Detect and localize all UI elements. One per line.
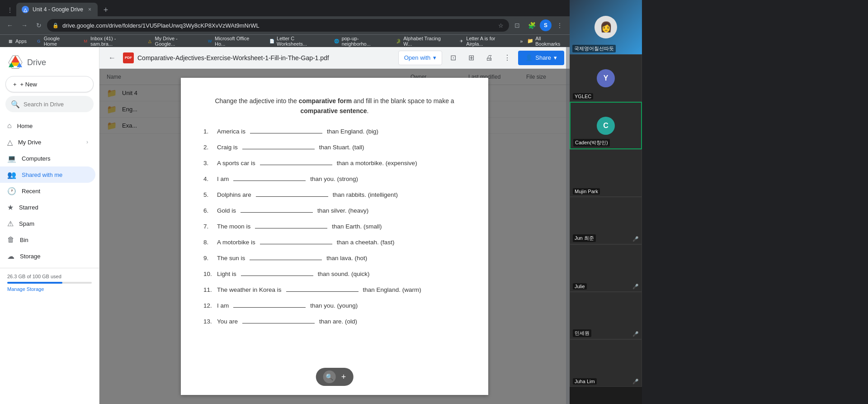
pdf-scrollbar[interactable]	[566, 47, 570, 404]
nav-mydrive[interactable]: △ My Drive ›	[0, 134, 95, 150]
active-tab[interactable]: △ Unit 4 - Google Drive ×	[16, 3, 98, 16]
answer-blank	[241, 206, 313, 213]
question-number: 6.	[203, 207, 214, 214]
menu-icon[interactable]: ⋮	[553, 19, 566, 32]
question-text-before: The sun is	[217, 255, 245, 261]
nav-home[interactable]: ⌂ Home	[0, 118, 95, 134]
bookmark-mydrive-label: My Drive - Google...	[155, 36, 198, 47]
instructions-bold1: comparative form	[299, 97, 352, 105]
question-text-before: I am	[217, 176, 229, 182]
pdf-monitor-icon[interactable]: ⊡	[446, 51, 460, 65]
bookmark-alphabet[interactable]: 🐊 Alphabet Tracing W...	[392, 36, 453, 46]
back-button[interactable]: ←	[4, 19, 16, 32]
question-text-before: The weather in Korea is	[217, 286, 282, 293]
pdf-add-icon[interactable]: ⊞	[464, 51, 478, 65]
pdf-question-11: 11.The weather in Korea isthan England. …	[203, 285, 466, 293]
answer-blank	[241, 270, 313, 276]
new-tab-button[interactable]: +	[99, 4, 112, 16]
pdf-question-2: 2.Craig isthan Stuart. (tall)	[203, 143, 466, 151]
pdf-instructions: Change the adjective into the comparativ…	[203, 96, 466, 116]
bookmark-star-icon[interactable]: ☆	[498, 22, 504, 29]
participant-name-mujin: Mujin Park	[573, 188, 600, 195]
pdf-more-icon[interactable]: ⋮	[500, 51, 514, 65]
drive-new-button[interactable]: + + New	[5, 76, 94, 92]
zoom-add-button[interactable]: +	[341, 372, 346, 382]
bookmark-inbox[interactable]: M Inbox (41) - sam.bra...	[79, 36, 142, 46]
bookmark-apps[interactable]: ▦ Apps	[4, 36, 30, 46]
answer-blank	[242, 317, 315, 323]
profile-button[interactable]: S	[540, 19, 552, 31]
pdf-file-icon: PDF	[123, 52, 134, 63]
url-text: drive.google.com/drive/folders/1VU5PlaeU…	[62, 22, 495, 29]
manage-storage-link[interactable]: Manage Storage	[7, 286, 92, 292]
question-text-before: Craig is	[217, 144, 238, 151]
bookmarks-more-button[interactable]: »	[517, 36, 525, 46]
mydrive-expand-icon[interactable]: ›	[86, 139, 88, 145]
security-lock-icon: 🔒	[52, 23, 59, 29]
participant-tile-jun: Jun 최준 🎤	[570, 197, 642, 244]
participant-name-yglec: YGLEC	[573, 93, 593, 100]
bookmarks-folder-label: All Bookmarks	[535, 36, 566, 47]
mic-muted-icon-minsewon: 🎤	[632, 331, 639, 337]
open-with-chevron-icon: ▾	[433, 54, 436, 61]
participant-tile-teacher: 👩 국제영어칠선따듯	[570, 0, 642, 54]
share-chevron-icon: ▾	[554, 54, 557, 61]
drive-icon: △	[147, 38, 153, 44]
bookmark-office[interactable]: W Microsoft Office Ho...	[203, 36, 263, 46]
nav-bin-label: Bin	[20, 237, 28, 243]
nav-starred[interactable]: ★ Starred	[0, 199, 95, 215]
mic-muted-icon-julie: 🎤	[632, 284, 639, 290]
pdf-overlay: ← PDF Comparative-Adjectives-Exercise-Wo…	[99, 47, 570, 404]
refresh-button[interactable]: ↻	[33, 19, 45, 32]
nav-computers[interactable]: 💻 Computers	[0, 150, 95, 166]
pdf-question-10: 10.Light isthan sound. (quick)	[203, 270, 466, 277]
toolbar-right: ⊡ 🧩 S ⋮	[511, 19, 566, 32]
question-number: 2.	[203, 144, 214, 151]
bookmark-lettera[interactable]: ✈ Letter A is for Airpla...	[455, 36, 515, 46]
question-text-after: than you. (strong)	[310, 176, 358, 182]
nav-bin[interactable]: 🗑 Bin	[0, 232, 95, 248]
participant-tile-yglec: Y YGLEC	[570, 54, 642, 102]
cast-icon[interactable]: ⊡	[511, 19, 524, 32]
participant-name-julie: Julie	[573, 283, 587, 290]
forward-button[interactable]: →	[18, 19, 31, 32]
question-text-after: than sound. (quick)	[318, 271, 370, 277]
bookmark-google-home[interactable]: G Google Home	[32, 36, 77, 46]
nav-recent-label: Recent	[22, 188, 40, 195]
teacher-avatar: 👩	[594, 16, 617, 38]
nav-shared[interactable]: 👥 Shared with me	[0, 166, 95, 183]
bookmark-letterc[interactable]: 📄 Letter C Worksheets...	[265, 36, 329, 46]
address-bar[interactable]: 🔒 drive.google.com/drive/folders/1VU5Pla…	[47, 19, 509, 32]
question-text-after: than Stuart. (tall)	[319, 144, 364, 151]
search-icon: 🔍	[11, 100, 20, 109]
question-text-after: than silver. (heavy)	[317, 207, 368, 214]
drive-logo: Drive	[0, 51, 99, 76]
extensions-icon[interactable]: 🧩	[525, 19, 538, 32]
question-text-after: than rabbits. (intelligent)	[333, 191, 398, 198]
pdf-share-button[interactable]: 👤 Share ▾	[518, 51, 564, 65]
bookmarks-folder[interactable]: 📁 All Bookmarks	[527, 36, 566, 47]
question-text-after: than you. (young)	[310, 302, 358, 309]
question-number: 4.	[203, 176, 214, 182]
nav-spam[interactable]: ⚠ Spam	[0, 215, 95, 232]
storage-text: 26.3 GB of 100 GB used	[7, 274, 92, 279]
zoom-search-button[interactable]: 🔍	[323, 371, 336, 383]
answer-blank	[242, 143, 315, 149]
nav-storage[interactable]: ☁ Storage	[0, 248, 95, 264]
bookmark-popup[interactable]: 🌐 pop-up-neighborho...	[330, 36, 390, 46]
nav-recent[interactable]: 🕐 Recent	[0, 183, 95, 199]
question-number: 8.	[203, 239, 214, 246]
bookmark-mydrive[interactable]: △ My Drive - Google...	[143, 36, 201, 46]
pdf-content[interactable]: Change the adjective into the comparativ…	[99, 69, 570, 404]
pdf-print-icon[interactable]: 🖨	[482, 51, 496, 65]
pdf-open-with-button[interactable]: Open with ▾	[398, 51, 443, 65]
search-input[interactable]	[24, 101, 99, 108]
shared-icon: 👥	[7, 171, 16, 179]
tab-favicon: △	[22, 6, 29, 13]
pdf-back-button[interactable]: ←	[105, 51, 119, 65]
tab-menu-button[interactable]: ⋮	[4, 4, 16, 16]
tab-close-button[interactable]: ×	[87, 5, 92, 14]
drive-search-bar[interactable]: 🔍	[5, 96, 94, 112]
folder-icon: 📁	[527, 38, 533, 44]
question-text-after: than England. (big)	[327, 128, 378, 135]
